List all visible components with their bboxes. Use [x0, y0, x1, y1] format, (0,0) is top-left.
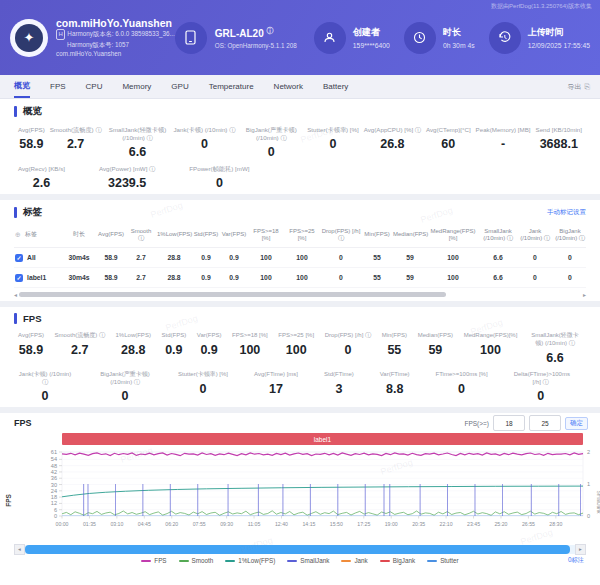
table-column-header: Var(FPS) [220, 231, 248, 239]
legend-item-Smooth[interactable]: Smooth [179, 557, 214, 564]
chart-scroll-right-button[interactable]: ▸ [575, 544, 586, 555]
upload-time-value: 12/09/2025 17:55:45 [528, 42, 590, 49]
table-cell: 0 [518, 254, 552, 261]
stat-value: 8.8 [386, 382, 403, 396]
user-icon [314, 22, 346, 54]
table-cell: 100 [248, 274, 284, 281]
fps-line-chart[interactable]: 0612182430364248546101200:0001:3503:1004… [0, 447, 600, 539]
tab-GPU[interactable]: GPU [171, 75, 188, 98]
expand-icon[interactable]: ⊕ [15, 231, 21, 240]
phone-icon [175, 22, 207, 54]
svg-text:54: 54 [51, 457, 57, 463]
metric-tabbar: 概览FPSCPUMemoryGPUTemperatureNetworkBatte… [0, 75, 600, 99]
harmony-badge: H [56, 29, 65, 40]
table-cell: 0 [320, 254, 362, 261]
fps-chart-card: FPS FPS(>=) 确定 label1 FPS SmallJank 0612… [0, 413, 600, 566]
row-checkbox[interactable]: ✓ [15, 254, 23, 262]
table-cell: 30m4s [62, 274, 96, 281]
scroll-left-icon[interactable]: ◂ [14, 291, 17, 298]
tab-CPU[interactable]: CPU [86, 75, 103, 98]
svg-text:03:10: 03:10 [110, 521, 123, 527]
stat-label: FPS>=18 [%] [232, 332, 268, 340]
legend-item-Jank[interactable]: Jank [341, 557, 367, 564]
legend-item-SmallJank[interactable]: SmallJank [287, 557, 329, 564]
stat-label: Avg(FPS) [18, 126, 45, 134]
stat-value: 0.9 [165, 343, 182, 357]
tab-Network[interactable]: Network [274, 75, 303, 98]
table-cell: 59 [392, 254, 428, 261]
tab-Battery[interactable]: Battery [323, 75, 348, 98]
stat-item: Std(FTime)3 [324, 371, 354, 396]
legend-item-FPS[interactable]: FPS [141, 557, 166, 564]
tab-Memory[interactable]: Memory [122, 75, 151, 98]
manual-label-settings-link[interactable]: 手动标记设置 [547, 208, 586, 217]
legend-item-BigJank[interactable]: BigJank [380, 557, 415, 564]
creator-value: 159****6400 [353, 42, 390, 49]
fps-threshold-input-1[interactable] [493, 415, 525, 431]
export-button[interactable]: 导出 ⎘ [567, 82, 590, 92]
stat-value: 100 [239, 343, 260, 357]
stat-label: Jank(卡顿) (/10min) ⓘ [18, 371, 72, 387]
stat-item: Send [KB/10min]3688.1 [536, 126, 582, 151]
table-column-header: Std(FPS) [192, 231, 220, 239]
chart-scroll-left-button[interactable]: ◂ [14, 544, 25, 555]
stat-item: BigJank(严重卡顿) (/10min) ⓘ0 [98, 371, 152, 404]
table-column-header: Median(FPS) [392, 231, 428, 239]
stat-label: Std(FPS) [162, 332, 187, 340]
legend-item-1%Low(FPS)[interactable]: 1%Low(FPS) [225, 557, 275, 564]
stat-value: 28.8 [121, 343, 145, 357]
chart-scroll-thumb[interactable] [25, 545, 570, 554]
stat-value: - [501, 137, 505, 151]
stat-label: Peak(Memory) [MB] [476, 126, 531, 134]
overview-section-header: 概览 [0, 99, 600, 120]
svg-text:30: 30 [51, 482, 57, 488]
stat-value: 6.6 [546, 351, 563, 365]
device-info-block: GRL-AL20 ⓘ OS: OpenHarmony-5.1.1 208 [175, 22, 300, 54]
stat-item: Var(FTime)8.8 [380, 371, 410, 396]
svg-text:07:55: 07:55 [193, 521, 206, 527]
stat-value: 0 [122, 389, 129, 403]
annotation-count-link[interactable]: 0标注 [568, 556, 584, 565]
stat-item: BigJank(严重卡顿) (/10min) ⓘ0 [240, 126, 302, 159]
stat-item: 1%Low(FPS)28.8 [116, 332, 151, 357]
stat-item: FPS>=18 [%]100 [232, 332, 268, 357]
stat-label: BigJank(严重卡顿) (/10min) ⓘ [240, 126, 302, 142]
labels-table-header: ⊕标签时长Avg(FPS)Smooth ⓘ1%Low(FPS)Std(FPS)V… [14, 223, 586, 248]
stat-item: Drop(FPS) [/h] ⓘ0 [325, 332, 371, 357]
stat-label: Smooth(流畅度) ⓘ [50, 126, 102, 134]
table-cell: 100 [428, 254, 478, 261]
stat-item: MedRange(FPS)[%]100 [464, 332, 518, 357]
scroll-right-icon[interactable]: ▸ [583, 291, 586, 298]
stat-label: FPower(帧能耗) [mW] [189, 165, 249, 173]
stat-item: Delta(FTime)>100ms [/h] ⓘ0 [514, 371, 568, 404]
tab-概览[interactable]: 概览 [14, 75, 30, 98]
legend-item-Stutter[interactable]: Stutter [427, 557, 459, 564]
stat-value: 59 [428, 343, 442, 357]
stat-item: Smooth(流畅度) ⓘ2.7 [50, 126, 102, 151]
table-cell: 100 [284, 254, 320, 261]
tab-Temperature[interactable]: Temperature [209, 75, 254, 98]
table-scroll-thumb[interactable] [19, 292, 446, 297]
table-row: ✓All30m4s58.92.728.80.90.910010005559100… [14, 248, 586, 268]
fps-stats-section: FPS Avg(FPS)58.9Smooth(流畅度) ⓘ2.71%Low(FP… [0, 307, 600, 407]
confirm-button[interactable]: 确定 [565, 417, 588, 430]
svg-text:1: 1 [587, 481, 590, 487]
history-clock-icon [489, 22, 521, 54]
svg-text:0: 0 [54, 513, 57, 519]
row-checkbox[interactable]: ✓ [15, 274, 23, 282]
stat-item: Avg(Power) [mW] ⓘ3239.5 [99, 165, 155, 190]
table-cell: 2.7 [126, 254, 156, 261]
table-column-header: ⊕标签 [14, 231, 62, 240]
svg-text:12: 12 [51, 501, 57, 507]
duration-value: 0h 30m 4s [443, 42, 475, 49]
creator-label: 创建者 [353, 26, 390, 39]
tab-FPS[interactable]: FPS [50, 75, 66, 98]
label1-band[interactable]: label1 [62, 433, 583, 445]
fps-threshold-input-2[interactable] [529, 415, 561, 431]
report-header: 数据由PerfDog(11.3.250764)版本收集 ✦ com.miHoYo… [0, 0, 600, 75]
device-info-icon[interactable]: ⓘ [267, 27, 274, 34]
table-cell: 0.9 [192, 274, 220, 281]
table-horizontal-scrollbar[interactable]: ◂ ▸ [14, 291, 586, 297]
chart-range-scrollbar[interactable]: ◂ ▸ [14, 544, 586, 554]
stat-label: Var(FPS) [197, 332, 222, 340]
